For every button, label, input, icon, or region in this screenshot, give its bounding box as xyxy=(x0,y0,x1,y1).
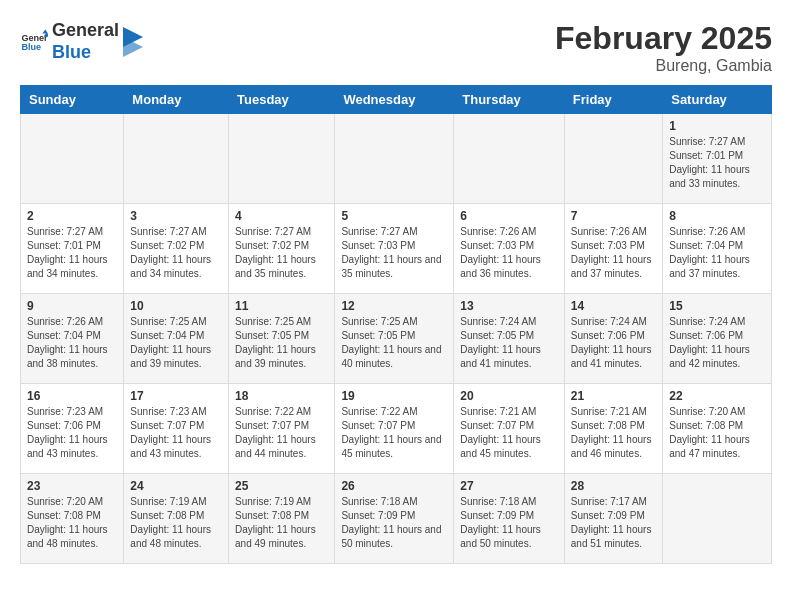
day-number: 22 xyxy=(669,389,765,403)
calendar-cell xyxy=(663,474,772,564)
day-number: 3 xyxy=(130,209,222,223)
day-number: 16 xyxy=(27,389,117,403)
logo: General Blue General Blue xyxy=(20,20,143,63)
page-header: General Blue General Blue February 2025 … xyxy=(20,20,772,75)
day-info: Sunrise: 7:25 AM Sunset: 7:04 PM Dayligh… xyxy=(130,315,222,371)
day-info: Sunrise: 7:23 AM Sunset: 7:06 PM Dayligh… xyxy=(27,405,117,461)
logo-arrow-icon xyxy=(123,27,143,57)
day-number: 10 xyxy=(130,299,222,313)
day-info: Sunrise: 7:21 AM Sunset: 7:07 PM Dayligh… xyxy=(460,405,558,461)
calendar-cell: 22Sunrise: 7:20 AM Sunset: 7:08 PM Dayli… xyxy=(663,384,772,474)
header-thursday: Thursday xyxy=(454,86,565,114)
calendar-cell: 24Sunrise: 7:19 AM Sunset: 7:08 PM Dayli… xyxy=(124,474,229,564)
calendar-cell: 17Sunrise: 7:23 AM Sunset: 7:07 PM Dayli… xyxy=(124,384,229,474)
day-number: 8 xyxy=(669,209,765,223)
day-info: Sunrise: 7:24 AM Sunset: 7:05 PM Dayligh… xyxy=(460,315,558,371)
calendar-cell: 13Sunrise: 7:24 AM Sunset: 7:05 PM Dayli… xyxy=(454,294,565,384)
day-info: Sunrise: 7:27 AM Sunset: 7:03 PM Dayligh… xyxy=(341,225,447,281)
header-sunday: Sunday xyxy=(21,86,124,114)
header-tuesday: Tuesday xyxy=(229,86,335,114)
day-info: Sunrise: 7:27 AM Sunset: 7:02 PM Dayligh… xyxy=(130,225,222,281)
day-info: Sunrise: 7:26 AM Sunset: 7:03 PM Dayligh… xyxy=(460,225,558,281)
day-number: 11 xyxy=(235,299,328,313)
day-info: Sunrise: 7:17 AM Sunset: 7:09 PM Dayligh… xyxy=(571,495,656,551)
day-info: Sunrise: 7:24 AM Sunset: 7:06 PM Dayligh… xyxy=(669,315,765,371)
calendar-week-row: 1Sunrise: 7:27 AM Sunset: 7:01 PM Daylig… xyxy=(21,114,772,204)
calendar-week-row: 23Sunrise: 7:20 AM Sunset: 7:08 PM Dayli… xyxy=(21,474,772,564)
header-friday: Friday xyxy=(564,86,662,114)
calendar-cell xyxy=(564,114,662,204)
calendar-table: SundayMondayTuesdayWednesdayThursdayFrid… xyxy=(20,85,772,564)
day-info: Sunrise: 7:22 AM Sunset: 7:07 PM Dayligh… xyxy=(235,405,328,461)
day-info: Sunrise: 7:26 AM Sunset: 7:04 PM Dayligh… xyxy=(669,225,765,281)
day-number: 9 xyxy=(27,299,117,313)
day-number: 2 xyxy=(27,209,117,223)
calendar-cell: 10Sunrise: 7:25 AM Sunset: 7:04 PM Dayli… xyxy=(124,294,229,384)
calendar-cell: 2Sunrise: 7:27 AM Sunset: 7:01 PM Daylig… xyxy=(21,204,124,294)
day-number: 17 xyxy=(130,389,222,403)
day-info: Sunrise: 7:20 AM Sunset: 7:08 PM Dayligh… xyxy=(669,405,765,461)
day-number: 1 xyxy=(669,119,765,133)
day-info: Sunrise: 7:22 AM Sunset: 7:07 PM Dayligh… xyxy=(341,405,447,461)
logo-general: General xyxy=(52,20,119,42)
day-number: 14 xyxy=(571,299,656,313)
day-info: Sunrise: 7:23 AM Sunset: 7:07 PM Dayligh… xyxy=(130,405,222,461)
calendar-week-row: 9Sunrise: 7:26 AM Sunset: 7:04 PM Daylig… xyxy=(21,294,772,384)
svg-text:General: General xyxy=(21,32,48,42)
day-number: 26 xyxy=(341,479,447,493)
header-monday: Monday xyxy=(124,86,229,114)
calendar-cell: 28Sunrise: 7:17 AM Sunset: 7:09 PM Dayli… xyxy=(564,474,662,564)
calendar-cell: 20Sunrise: 7:21 AM Sunset: 7:07 PM Dayli… xyxy=(454,384,565,474)
calendar-cell: 8Sunrise: 7:26 AM Sunset: 7:04 PM Daylig… xyxy=(663,204,772,294)
calendar-title-block: February 2025 Bureng, Gambia xyxy=(555,20,772,75)
calendar-cell: 11Sunrise: 7:25 AM Sunset: 7:05 PM Dayli… xyxy=(229,294,335,384)
calendar-week-row: 16Sunrise: 7:23 AM Sunset: 7:06 PM Dayli… xyxy=(21,384,772,474)
svg-marker-2 xyxy=(42,29,48,33)
day-number: 23 xyxy=(27,479,117,493)
calendar-cell: 3Sunrise: 7:27 AM Sunset: 7:02 PM Daylig… xyxy=(124,204,229,294)
day-number: 5 xyxy=(341,209,447,223)
day-number: 4 xyxy=(235,209,328,223)
day-number: 12 xyxy=(341,299,447,313)
calendar-cell xyxy=(335,114,454,204)
day-number: 18 xyxy=(235,389,328,403)
day-number: 21 xyxy=(571,389,656,403)
day-info: Sunrise: 7:25 AM Sunset: 7:05 PM Dayligh… xyxy=(235,315,328,371)
day-info: Sunrise: 7:27 AM Sunset: 7:01 PM Dayligh… xyxy=(669,135,765,191)
calendar-cell: 23Sunrise: 7:20 AM Sunset: 7:08 PM Dayli… xyxy=(21,474,124,564)
calendar-cell: 21Sunrise: 7:21 AM Sunset: 7:08 PM Dayli… xyxy=(564,384,662,474)
calendar-cell: 15Sunrise: 7:24 AM Sunset: 7:06 PM Dayli… xyxy=(663,294,772,384)
calendar-cell: 27Sunrise: 7:18 AM Sunset: 7:09 PM Dayli… xyxy=(454,474,565,564)
day-number: 6 xyxy=(460,209,558,223)
calendar-cell xyxy=(454,114,565,204)
calendar-cell: 16Sunrise: 7:23 AM Sunset: 7:06 PM Dayli… xyxy=(21,384,124,474)
day-info: Sunrise: 7:26 AM Sunset: 7:04 PM Dayligh… xyxy=(27,315,117,371)
day-info: Sunrise: 7:27 AM Sunset: 7:02 PM Dayligh… xyxy=(235,225,328,281)
calendar-week-row: 2Sunrise: 7:27 AM Sunset: 7:01 PM Daylig… xyxy=(21,204,772,294)
calendar-cell xyxy=(124,114,229,204)
calendar-subtitle: Bureng, Gambia xyxy=(555,57,772,75)
calendar-cell: 4Sunrise: 7:27 AM Sunset: 7:02 PM Daylig… xyxy=(229,204,335,294)
day-info: Sunrise: 7:25 AM Sunset: 7:05 PM Dayligh… xyxy=(341,315,447,371)
day-number: 27 xyxy=(460,479,558,493)
day-info: Sunrise: 7:21 AM Sunset: 7:08 PM Dayligh… xyxy=(571,405,656,461)
calendar-cell: 6Sunrise: 7:26 AM Sunset: 7:03 PM Daylig… xyxy=(454,204,565,294)
day-number: 24 xyxy=(130,479,222,493)
calendar-cell: 14Sunrise: 7:24 AM Sunset: 7:06 PM Dayli… xyxy=(564,294,662,384)
svg-text:Blue: Blue xyxy=(21,42,41,52)
calendar-title: February 2025 xyxy=(555,20,772,57)
calendar-cell xyxy=(229,114,335,204)
day-info: Sunrise: 7:27 AM Sunset: 7:01 PM Dayligh… xyxy=(27,225,117,281)
logo-blue: Blue xyxy=(52,42,119,64)
calendar-cell: 9Sunrise: 7:26 AM Sunset: 7:04 PM Daylig… xyxy=(21,294,124,384)
calendar-cell xyxy=(21,114,124,204)
calendar-cell: 18Sunrise: 7:22 AM Sunset: 7:07 PM Dayli… xyxy=(229,384,335,474)
header-wednesday: Wednesday xyxy=(335,86,454,114)
day-number: 7 xyxy=(571,209,656,223)
calendar-cell: 5Sunrise: 7:27 AM Sunset: 7:03 PM Daylig… xyxy=(335,204,454,294)
day-info: Sunrise: 7:24 AM Sunset: 7:06 PM Dayligh… xyxy=(571,315,656,371)
calendar-cell: 19Sunrise: 7:22 AM Sunset: 7:07 PM Dayli… xyxy=(335,384,454,474)
calendar-header-row: SundayMondayTuesdayWednesdayThursdayFrid… xyxy=(21,86,772,114)
day-number: 19 xyxy=(341,389,447,403)
day-info: Sunrise: 7:19 AM Sunset: 7:08 PM Dayligh… xyxy=(130,495,222,551)
